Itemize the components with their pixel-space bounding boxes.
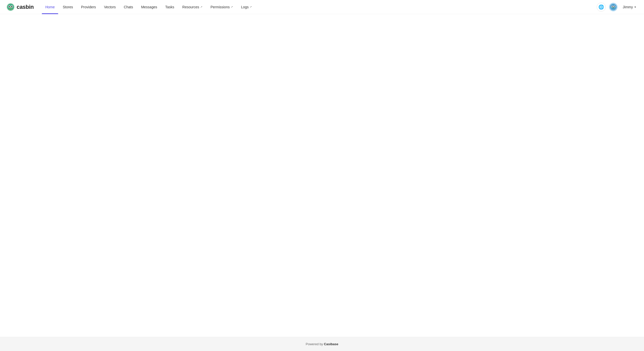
nav-item-tasks[interactable]: Tasks [162,0,178,14]
globe-icon: 🌐 [598,4,604,10]
nav-item-vectors[interactable]: Vectors [100,0,119,14]
main-nav: Home Stores Providers Vectors Chats Mess… [42,0,597,14]
svg-rect-9 [9,9,10,10]
main-content [0,14,644,337]
svg-point-5 [11,6,13,7]
nav-item-permissions[interactable]: Permissions ➚ [207,0,236,14]
nav-item-logs[interactable]: Logs ➚ [238,0,255,14]
svg-point-17 [612,6,613,6]
casbin-logo-icon [6,3,15,12]
footer-text: Powered by Casibase [306,342,338,346]
nav-item-chats[interactable]: Chats [120,0,137,14]
svg-point-1 [7,4,14,11]
user-menu[interactable]: Jimmy ▾ [621,4,638,10]
navbar-right: 🌐 J [597,3,638,12]
nav-item-resources[interactable]: Resources ➚ [179,0,206,14]
svg-rect-10 [11,9,12,10]
language-button[interactable]: 🌐 [597,3,606,12]
footer: Powered by Casibase [0,337,644,351]
svg-point-15 [612,6,613,7]
svg-point-6 [9,6,10,7]
external-link-icon-permissions: ➚ [231,5,233,9]
user-avatar[interactable] [609,3,618,12]
nav-item-providers[interactable]: Providers [78,0,99,14]
chevron-down-icon: ▾ [634,5,636,9]
nav-item-stores[interactable]: Stores [59,0,76,14]
navbar: casbin Home Stores Providers Vectors Cha… [0,0,644,14]
footer-brand: Casibase [324,342,338,346]
svg-point-7 [12,6,12,7]
svg-point-18 [614,6,615,6]
nav-item-messages[interactable]: Messages [138,0,161,14]
external-link-icon-resources: ➚ [200,5,202,9]
owl-avatar-icon [609,3,618,12]
username-label: Jimmy [623,5,633,9]
nav-item-home[interactable]: Home [42,0,58,14]
logo[interactable]: casbin [6,3,34,12]
external-link-icon-logs: ➚ [250,5,252,9]
svg-point-4 [9,6,10,7]
logo-text: casbin [17,4,34,10]
